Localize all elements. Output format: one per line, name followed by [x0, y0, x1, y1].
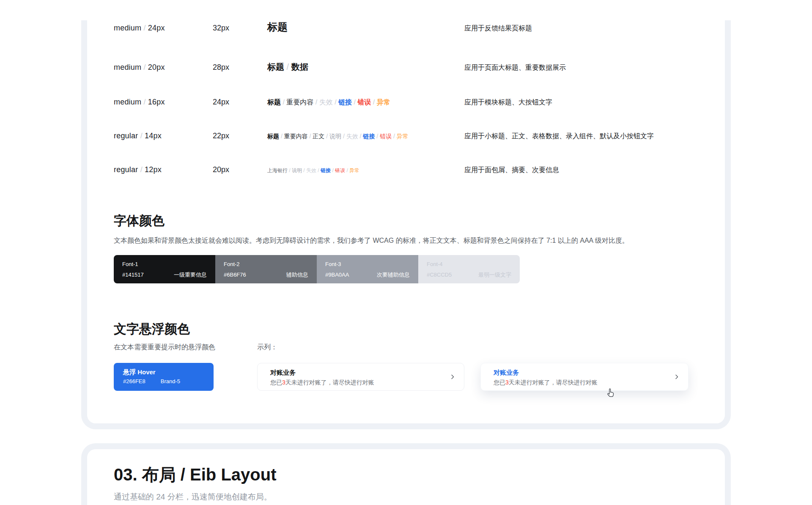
swatch-name: Font-4: [427, 261, 511, 268]
highlight-number: 3: [505, 379, 509, 386]
specimen-token: 错误: [357, 99, 371, 106]
specimen-token: 失效: [306, 167, 316, 173]
usage-label: 应用于页面大标题、重要数据展示: [464, 63, 725, 72]
specimen-token: 说明: [329, 133, 341, 140]
line-height-label: 22px: [213, 132, 267, 140]
font-spec-label: medium / 20px: [114, 63, 213, 72]
layout-section-description: 通过基础的 24 分栏，迅速简便地创建布局。: [114, 491, 725, 502]
font-color-swatch: Font-2 #6B6F76 辅助信息: [215, 255, 317, 283]
swatch-hex: #6B6F76: [224, 271, 246, 279]
swatch-hex: #C8CCD5: [427, 271, 452, 279]
specimen-token: 错误: [380, 133, 392, 140]
usage-label: 应用于模块标题、大按钮文字: [464, 98, 725, 107]
usage-label: 应用于反馈结果页标题: [464, 24, 725, 33]
font-color-swatch: Font-4 #C8CCD5 最弱一级文字: [418, 255, 520, 283]
font-spec-label: medium / 16px: [114, 98, 213, 107]
font-color-swatch-strip: Font-1 #141517 一级重要信息 Font-2 #6B6F76 辅助信…: [114, 255, 520, 283]
font-color-swatch: Font-3 #9BA0AA 次要辅助信息: [317, 255, 418, 283]
chevron-right-icon[interactable]: [674, 374, 680, 380]
specimen-token: 异常: [349, 167, 359, 173]
hover-swatch-token: Brand-5: [161, 378, 180, 384]
hand-cursor-icon: [606, 388, 615, 398]
specimen-token: 数据: [291, 62, 308, 71]
swatch-label: 辅助信息: [286, 271, 308, 279]
hover-color-swatch: 悬浮 Hover #266FE8 Brand-5: [114, 363, 214, 391]
highlight-number: 3: [282, 379, 285, 386]
hover-swatch-hex: #266FE8: [123, 378, 145, 384]
swatch-label: 最弱一级文字: [478, 271, 511, 279]
typography-section-card: medium / 24px 32px 标题 应用于反馈结果页标题 medium …: [81, 20, 731, 429]
font-spec-label: medium / 24px: [114, 24, 213, 33]
line-height-label: 24px: [213, 98, 267, 107]
specimen-token: 异常: [397, 133, 409, 140]
specimen-token: 标题: [267, 99, 281, 106]
specimen-token: 重要内容: [284, 133, 308, 140]
specimen-token: 链接: [321, 167, 331, 173]
typography-row: medium / 16px 24px 标题 / 重要内容 / 失效 / 链接 /…: [114, 97, 725, 107]
demo-card-default[interactable]: 对账业务 您已3天未进行对账了，请尽快进行对账: [257, 363, 464, 391]
specimen-token: 标题: [267, 21, 288, 33]
specimen-token: 标题: [267, 62, 284, 71]
specimen-token: 链接: [338, 99, 352, 106]
line-height-label: 28px: [213, 63, 267, 72]
line-height-label: 32px: [213, 24, 267, 33]
hover-colors-heading: 文字悬浮颜色: [114, 320, 725, 338]
demo-card-title: 对账业务: [494, 368, 688, 377]
chevron-right-icon[interactable]: [450, 374, 455, 380]
layout-section-heading: 03. 布局 / Eib Layout: [114, 463, 725, 486]
specimen-token: 失效: [319, 99, 333, 106]
swatch-label: 次要辅助信息: [377, 271, 410, 279]
type-specimen: 标题 / 重要内容 / 正文 / 说明 / 失效 / 链接 / 错误 / 异常: [267, 132, 464, 141]
type-specimen: 上海银行 / 说明 / 失效 / 链接 / 错误 / 异常: [267, 166, 464, 175]
font-spec-label: regular / 14px: [114, 132, 213, 140]
layout-section-card: 03. 布局 / Eib Layout 通过基础的 24 分栏，迅速简便地创建布…: [81, 443, 731, 505]
font-colors-heading: 字体颜色: [114, 212, 725, 230]
example-label: 示列：: [257, 342, 277, 352]
type-specimen: 标题: [267, 20, 464, 34]
font-spec-label: regular / 12px: [114, 165, 213, 174]
typography-row: regular / 14px 22px 标题 / 重要内容 / 正文 / 说明 …: [114, 132, 725, 141]
type-specimen: 标题 / 数据: [267, 61, 464, 73]
font-color-swatch: Font-1 #141517 一级重要信息: [114, 255, 215, 283]
swatch-hex: #9BA0AA: [325, 271, 349, 279]
specimen-token: 链接: [363, 133, 375, 140]
swatch-name: Font-3: [325, 261, 410, 268]
demo-card-desc: 您已3天未进行对账了，请尽快进行对账: [494, 378, 688, 387]
typography-row: regular / 12px 20px 上海银行 / 说明 / 失效 / 链接 …: [114, 165, 725, 175]
font-colors-description: 文本颜色如果和背景颜色太接近就会难以阅读。考虑到无障碍设计的需求，我们参考了 W…: [114, 236, 725, 246]
specimen-token: 异常: [377, 99, 390, 106]
demo-card-title: 对账业务: [270, 368, 464, 377]
demo-card-desc: 您已3天未进行对账了，请尽快进行对账: [270, 378, 464, 387]
hover-swatch-title: 悬浮 Hover: [123, 368, 214, 376]
typography-row: medium / 20px 28px 标题 / 数据 应用于页面大标题、重要数据…: [114, 61, 725, 73]
typography-row: medium / 24px 32px 标题 应用于反馈结果页标题: [114, 20, 725, 34]
swatch-name: Font-1: [122, 261, 207, 268]
usage-label: 应用于面包屑、摘要、次要信息: [464, 166, 725, 175]
hover-colors-description: 在文本需要重要提示时的悬浮颜色: [114, 342, 257, 352]
swatch-hex: #141517: [122, 271, 144, 279]
specimen-token: 正文: [313, 133, 324, 140]
specimen-token: 失效: [346, 133, 358, 140]
usage-label: 应用于小标题、正文、表格数据、录入组件、默认及小按钮文字: [464, 132, 725, 141]
specimen-token: 说明: [292, 167, 302, 173]
line-height-label: 20px: [213, 165, 267, 174]
typography-table: medium / 24px 32px 标题 应用于反馈结果页标题 medium …: [114, 20, 725, 175]
swatch-label: 一级重要信息: [174, 271, 207, 279]
specimen-token: 重要内容: [286, 99, 313, 106]
specimen-token: 错误: [335, 167, 345, 173]
specimen-token: 上海银行: [267, 167, 288, 173]
type-specimen: 标题 / 重要内容 / 失效 / 链接 / 错误 / 异常: [267, 97, 464, 107]
swatch-name: Font-2: [224, 261, 308, 268]
specimen-token: 标题: [267, 133, 279, 140]
demo-card-hovered[interactable]: 对账业务 您已3天未进行对账了，请尽快进行对账: [480, 363, 689, 391]
